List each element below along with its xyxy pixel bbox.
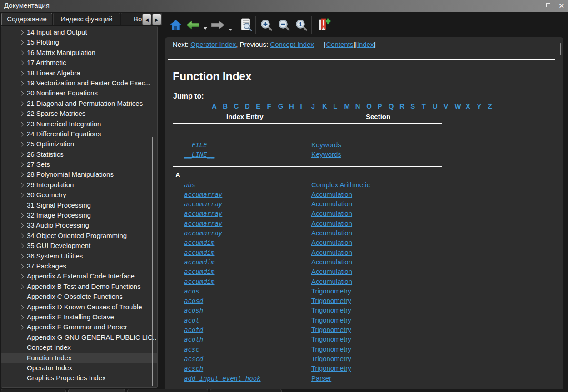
chevron-right-icon[interactable] bbox=[20, 305, 24, 309]
letter-link[interactable]: Z bbox=[488, 102, 498, 110]
letter-link[interactable]: E bbox=[256, 102, 267, 110]
section-link[interactable]: Trigonometry bbox=[311, 326, 351, 333]
section-link[interactable]: Accumulation bbox=[311, 238, 352, 246]
letter-link[interactable]: I bbox=[300, 102, 311, 110]
chevron-right-icon[interactable] bbox=[20, 193, 24, 198]
letter-link[interactable]: X bbox=[466, 102, 477, 110]
home-button[interactable] bbox=[170, 19, 182, 33]
chevron-right-icon[interactable] bbox=[20, 50, 24, 55]
letter-link[interactable]: J bbox=[311, 102, 322, 110]
letter-link[interactable]: C bbox=[234, 102, 245, 110]
tree-item[interactable]: 21 Diagonal and Permutation Matrices bbox=[1, 99, 157, 109]
titlebar[interactable]: Документация ✕ bbox=[0, 0, 568, 12]
chevron-right-icon[interactable] bbox=[20, 223, 24, 228]
letter-link[interactable]: O bbox=[366, 102, 377, 110]
function-link[interactable]: acotd bbox=[184, 326, 203, 333]
letter-link[interactable]: M bbox=[344, 102, 355, 110]
chevron-right-icon[interactable] bbox=[20, 183, 24, 187]
zoom-original-button[interactable]: 1 bbox=[295, 19, 308, 33]
tree-item[interactable]: 19 Vectorization and Faster Code Exec... bbox=[1, 79, 157, 89]
function-link[interactable]: abs bbox=[184, 181, 195, 189]
tree-item[interactable]: Appendix G GNU GENERAL PUBLIC LIC... bbox=[1, 333, 157, 343]
tree-item[interactable]: 26 Statistics bbox=[1, 150, 157, 160]
close-icon[interactable]: ✕ bbox=[558, 0, 564, 12]
chevron-right-icon[interactable] bbox=[20, 122, 24, 126]
tree-item[interactable]: Appendix E Installing Octave bbox=[1, 313, 157, 323]
section-link[interactable]: Trigonometry bbox=[311, 335, 351, 343]
section-link[interactable]: Accumulation bbox=[311, 209, 352, 217]
section-link[interactable]: Trigonometry bbox=[311, 364, 351, 372]
letter-link[interactable]: L bbox=[333, 102, 344, 110]
chevron-right-icon[interactable] bbox=[20, 315, 24, 319]
function-link[interactable]: accumdim bbox=[184, 249, 214, 256]
function-link[interactable]: acot bbox=[184, 317, 199, 324]
function-link[interactable]: __FILE__ bbox=[184, 141, 214, 149]
tree-item[interactable]: 23 Numerical Integration bbox=[1, 119, 157, 129]
function-link[interactable]: acsc bbox=[184, 346, 199, 353]
function-link[interactable]: accumarray bbox=[184, 210, 222, 217]
back-button[interactable] bbox=[186, 20, 199, 31]
next-link[interactable]: Operator Index bbox=[190, 40, 236, 48]
forward-history-caret-icon[interactable] bbox=[229, 29, 232, 31]
tree-item[interactable]: 37 Packages bbox=[1, 262, 157, 272]
chevron-right-icon[interactable] bbox=[20, 163, 24, 167]
chevron-right-icon[interactable] bbox=[20, 81, 24, 86]
tree-item[interactable]: 28 Polynomial Manipulations bbox=[1, 170, 157, 180]
zoom-in-button[interactable] bbox=[260, 19, 273, 33]
function-link[interactable]: accumarray bbox=[184, 220, 222, 227]
function-link[interactable]: accumdim bbox=[184, 258, 214, 266]
bottom-cutoff-button[interactable] bbox=[1, 389, 66, 392]
tree-item[interactable]: 15 Plotting bbox=[1, 38, 157, 48]
tree-item[interactable]: Graphics Properties Index bbox=[1, 373, 157, 383]
chevron-right-icon[interactable] bbox=[20, 30, 24, 35]
letter-link[interactable]: P bbox=[377, 102, 388, 110]
section-link[interactable]: Trigonometry bbox=[311, 345, 351, 353]
letter-link[interactable]: G bbox=[278, 102, 289, 110]
chevron-right-icon[interactable] bbox=[20, 325, 24, 330]
chevron-right-icon[interactable] bbox=[20, 213, 24, 218]
section-link[interactable]: Accumulation bbox=[311, 248, 352, 256]
function-link[interactable]: accumdim bbox=[184, 239, 214, 246]
section-link[interactable]: Trigonometry bbox=[311, 355, 351, 362]
letter-link[interactable]: Q bbox=[389, 102, 399, 110]
chevron-right-icon[interactable] bbox=[20, 284, 24, 289]
tree-item[interactable]: Appendix B Test and Demo Functions bbox=[1, 282, 157, 292]
section-link[interactable]: Accumulation bbox=[311, 229, 352, 237]
tree-item[interactable]: 22 Sparse Matrices bbox=[1, 109, 157, 119]
function-link[interactable]: __LINE__ bbox=[184, 151, 214, 158]
tree-item[interactable]: 25 Optimization bbox=[1, 139, 157, 149]
tree-item[interactable]: 27 Sets bbox=[1, 160, 157, 170]
function-link[interactable]: accumdim bbox=[184, 278, 214, 285]
section-link[interactable]: Complex Arithmetic bbox=[311, 181, 370, 189]
zoom-out-button[interactable] bbox=[278, 19, 290, 33]
function-link[interactable]: acoth bbox=[184, 336, 203, 343]
section-link[interactable]: Accumulation bbox=[311, 190, 352, 198]
tree-item[interactable]: 36 System Utilities bbox=[1, 252, 157, 262]
letter-link[interactable]: H bbox=[289, 102, 300, 110]
tree-item[interactable]: 16 Matrix Manipulation bbox=[1, 48, 157, 58]
function-link[interactable]: acos bbox=[184, 288, 199, 295]
forward-button[interactable] bbox=[211, 20, 224, 31]
tree-item[interactable]: Appendix C Obsolete Functions bbox=[1, 292, 157, 302]
letter-link[interactable]: K bbox=[322, 102, 333, 110]
section-link[interactable]: Accumulation bbox=[311, 258, 352, 266]
section-link[interactable]: Parser bbox=[311, 374, 331, 382]
bottom-cutoff-button[interactable] bbox=[68, 389, 125, 392]
section-link[interactable]: Keywords bbox=[311, 141, 341, 149]
tree-item[interactable]: 32 Image Processing bbox=[1, 211, 157, 221]
chevron-right-icon[interactable] bbox=[20, 61, 24, 65]
tree-item[interactable]: 34 Object Oriented Programming bbox=[1, 231, 157, 241]
index-link[interactable]: Index bbox=[357, 40, 374, 48]
jump-underscore-link[interactable]: _ bbox=[216, 92, 219, 100]
section-link[interactable]: Accumulation bbox=[311, 219, 352, 227]
section-link[interactable]: Trigonometry bbox=[311, 306, 351, 314]
tree-item[interactable]: 33 Audio Processing bbox=[1, 221, 157, 231]
tree-item[interactable]: Operator Index bbox=[1, 363, 157, 373]
letter-link[interactable]: Y bbox=[477, 102, 488, 110]
chevron-right-icon[interactable] bbox=[20, 132, 24, 136]
tab-scroll-left-icon[interactable]: ◀ bbox=[142, 14, 151, 25]
tree-item[interactable]: 17 Arithmetic bbox=[1, 58, 157, 68]
tree-item[interactable]: 30 Geometry bbox=[1, 190, 157, 200]
tree-item[interactable]: Function Index bbox=[1, 353, 157, 363]
section-link[interactable]: Trigonometry bbox=[311, 297, 351, 304]
